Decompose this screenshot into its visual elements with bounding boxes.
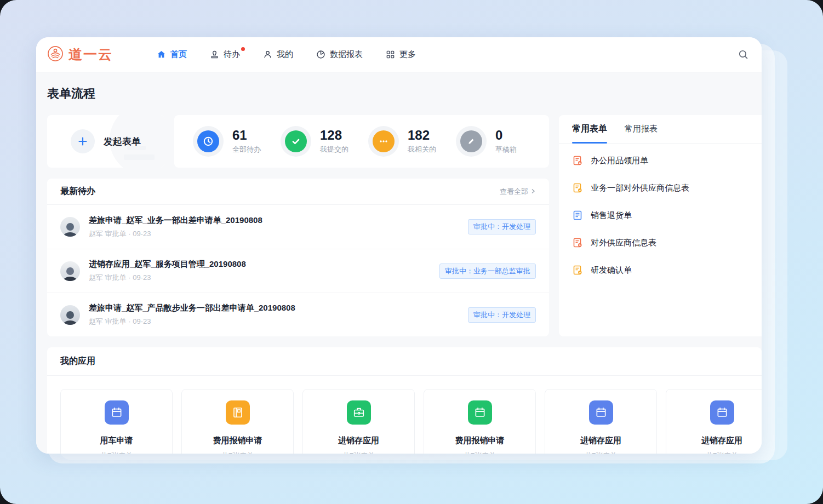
grid-icon bbox=[386, 50, 395, 59]
calendar-icon bbox=[468, 400, 492, 425]
stat-value: 61 bbox=[232, 128, 261, 142]
brand-logo[interactable]: 道一云 bbox=[47, 45, 113, 64]
app-card[interactable]: 用车申请 共7张表单 bbox=[60, 389, 173, 454]
tab-frequent-reports[interactable]: 常用报表 bbox=[625, 115, 658, 143]
stat-all-pending[interactable]: 61 全部待办 bbox=[193, 126, 281, 157]
app-label: 进销存应用 bbox=[701, 436, 742, 446]
home-icon bbox=[157, 50, 166, 59]
nav-item-more[interactable]: 更多 bbox=[386, 49, 416, 60]
app-label: 费用报销申请 bbox=[455, 436, 505, 446]
nav-item-mine[interactable]: 我的 bbox=[263, 49, 293, 60]
brand-name: 道一云 bbox=[68, 45, 113, 64]
briefcase-icon bbox=[347, 400, 371, 425]
nav-item-todo[interactable]: 待办 bbox=[210, 49, 240, 60]
screen-background: 道一云 首页 待办 bbox=[0, 0, 823, 504]
pencil-icon bbox=[456, 126, 487, 157]
stat-label: 我相关的 bbox=[408, 145, 436, 154]
sidebar-item-label: 对外供应商信息表 bbox=[591, 238, 656, 248]
ledger-icon bbox=[226, 400, 250, 425]
app-count: 共7张表单 bbox=[706, 451, 738, 454]
app-card[interactable]: 费用报销申请 共7张表单 bbox=[424, 389, 536, 454]
app-card[interactable]: 进销存应用 共7张表单 bbox=[302, 389, 415, 454]
todo-item-title: 差旅申请_赵军_业务一部出差申请单_20190808 bbox=[89, 215, 262, 226]
stat-value: 182 bbox=[408, 128, 436, 142]
nav-item-reports[interactable]: 数据报表 bbox=[316, 49, 363, 60]
stat-submitted[interactable]: 128 我提交的 bbox=[281, 126, 368, 157]
sidebar-form-item[interactable]: 办公用品领用单 bbox=[572, 147, 748, 174]
stamp-icon bbox=[210, 50, 219, 59]
ellipsis-icon bbox=[368, 126, 399, 157]
app-label: 用车申请 bbox=[100, 436, 133, 446]
stat-label: 全部待办 bbox=[232, 145, 261, 154]
document-check-icon bbox=[572, 182, 583, 193]
brand-logo-icon bbox=[47, 45, 64, 64]
app-count: 共7张表单 bbox=[464, 451, 496, 454]
nav-item-home[interactable]: 首页 bbox=[157, 49, 187, 60]
sidebar-form-item[interactable]: 对外供应商信息表 bbox=[572, 229, 748, 256]
frequent-forms-card: 常用表单 常用报表 办公用品领用单 bbox=[559, 115, 762, 336]
create-form-label: 发起表单 bbox=[104, 135, 141, 148]
check-icon bbox=[281, 126, 311, 157]
nav-item-label: 首页 bbox=[170, 49, 187, 60]
tab-frequent-forms[interactable]: 常用表单 bbox=[572, 115, 607, 143]
todo-item-meta: 赵军 审批单 · 09-23 bbox=[89, 273, 246, 283]
view-all-link[interactable]: 查看全部 bbox=[500, 187, 536, 197]
document-check-icon bbox=[572, 265, 583, 276]
sidebar-form-item[interactable]: 销售退货单 bbox=[572, 202, 748, 229]
calendar-icon bbox=[589, 400, 613, 425]
chevron-right-icon bbox=[530, 187, 536, 196]
sidebar-form-item[interactable]: 研发确认单 bbox=[572, 256, 748, 284]
status-badge: 审批中：开发处理 bbox=[468, 219, 536, 234]
todo-item-meta: 赵军 审批单 · 09-23 bbox=[89, 317, 295, 327]
todo-item-meta: 赵军 审批单 · 09-23 bbox=[89, 229, 262, 239]
decorative-bar bbox=[124, 154, 155, 160]
create-form-button[interactable]: 发起表单 bbox=[47, 115, 164, 168]
sidebar-form-item[interactable]: 业务一部对外供应商信息表 bbox=[572, 174, 748, 202]
sidebar-item-label: 研发确认单 bbox=[591, 265, 632, 276]
document-icon bbox=[572, 210, 583, 221]
document-person-icon bbox=[572, 237, 583, 248]
search-icon[interactable] bbox=[738, 49, 748, 60]
todo-section-title: 最新待办 bbox=[60, 186, 95, 197]
pie-chart-icon bbox=[316, 50, 325, 59]
app-card[interactable]: 进销存应用 共7张表单 bbox=[545, 389, 657, 454]
avatar bbox=[60, 217, 80, 237]
status-badge: 审批中：开发处理 bbox=[468, 307, 536, 323]
todo-list-item[interactable]: 差旅申请_赵军_业务一部出差申请单_20190808 赵军 审批单 · 09-2… bbox=[47, 205, 549, 249]
stat-label: 草稿箱 bbox=[495, 145, 517, 154]
calendar-icon bbox=[105, 400, 129, 425]
app-label: 进销存应用 bbox=[338, 436, 379, 446]
sidebar-item-label: 销售退货单 bbox=[591, 210, 632, 221]
clock-icon bbox=[193, 126, 224, 157]
app-count: 共7张表单 bbox=[221, 451, 254, 454]
sidebar-tabs: 常用表单 常用报表 bbox=[559, 115, 762, 144]
app-card[interactable]: 费用报销申请 共7张表单 bbox=[181, 389, 294, 454]
avatar bbox=[60, 305, 80, 325]
status-badge: 审批中：业务一部总监审批 bbox=[439, 264, 536, 279]
plus-icon bbox=[71, 129, 95, 153]
document-person-icon bbox=[572, 155, 583, 166]
my-apps-card: 我的应用 用车申请 共7张表单 bbox=[47, 347, 762, 454]
main-window: 道一云 首页 待办 bbox=[36, 37, 762, 454]
top-navbar: 道一云 首页 待办 bbox=[36, 37, 762, 72]
page-content: 表单流程 发起表单 bbox=[36, 72, 762, 454]
todo-item-title: 差旅申请_赵军_产品散步业务一部出差申请单_20190808 bbox=[89, 303, 295, 313]
app-label: 进销存应用 bbox=[580, 436, 621, 446]
latest-todo-card: 最新待办 查看全部 bbox=[47, 179, 549, 336]
app-count: 共7张表单 bbox=[342, 451, 375, 454]
calendar-icon bbox=[710, 400, 734, 425]
page-title: 表单流程 bbox=[47, 72, 762, 115]
notification-dot bbox=[241, 47, 245, 51]
stat-drafts[interactable]: 0 草稿箱 bbox=[456, 126, 544, 157]
todo-list-item[interactable]: 进销存应用_赵军_服务项目管理_20190808 赵军 审批单 · 09-23 … bbox=[47, 249, 549, 293]
todo-list-item[interactable]: 差旅申请_赵军_产品散步业务一部出差申请单_20190808 赵军 审批单 · … bbox=[47, 293, 549, 336]
app-count: 共7张表单 bbox=[100, 451, 133, 454]
stat-related[interactable]: 182 我相关的 bbox=[368, 126, 456, 157]
person-icon bbox=[263, 50, 272, 59]
nav-item-label: 更多 bbox=[399, 49, 416, 60]
stat-label: 我提交的 bbox=[320, 145, 348, 154]
app-count: 共7张表单 bbox=[585, 451, 617, 454]
app-card[interactable]: 进销存应用 共7张表单 bbox=[666, 389, 762, 454]
stat-value: 0 bbox=[495, 128, 517, 142]
app-label: 费用报销申请 bbox=[213, 436, 262, 446]
